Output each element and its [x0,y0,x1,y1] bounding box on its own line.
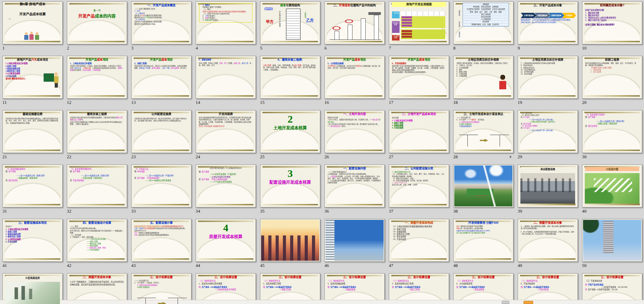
slide-text: 是指房地产企业在现场组织管理开发项目的各项费用，主要包括管理人员工资、职工福利费… [392,65,445,71]
slide-thumbnail[interactable]: 第6章 房地产成本开发产品成本核算☞ [2,1,63,44]
slide-text-line: 二、房屋开发成本对象 [67,274,127,280]
slide-thumbnail[interactable]: 房地产产品六大成本项目1.土地征用费及拆迁补偿费2.前期工程费3.基础设施建设费… [2,56,63,99]
slide-number-row: 17 [389,99,448,106]
slide-thumbnail[interactable]: 战略规划经营管理 资金运营管理 品牌规划年度经营计划管理 年度投资管理 业务单元… [453,1,513,44]
slide-text-line: ——某×××商品性土地（产品名称） [132,175,191,177]
slide-text: 房屋 [205,17,208,19]
slide-thumbnail[interactable]: 开发产品成本项目6、开发间接费用:是指房地产企业在现场组织管理开发项目的各项费用… [389,56,449,99]
slide-thumbnail[interactable]: 小区商品住房 [2,273,63,304]
slide-thumbnail[interactable]: 三、会计核算设置（二）成本核算方法3、发生的基础设施费借: 生产成本—101商品… [324,273,385,304]
slide-thumbnail[interactable] [324,219,385,262]
slide-text: 某产品应负担额=本产品分配标准×分配率 [456,232,485,234]
slide-text-line: 拿地 策划 设计 采购 工程 销售 客服 [464,11,508,14]
slide-thumbnail[interactable]: 基础设施建设费开发项目在开发过程中所发生的各项基础设施支出，主要包括开发项目内道… [2,110,63,153]
slide-thumbnail[interactable]: 房地产开发全流程图一条主线四大核心要素三大支撑体系 [389,1,449,44]
slide-thumbnail[interactable]: 小区设计图 [582,164,642,207]
slide-thumbnail[interactable]: 三、土地开发成本会计语言表达（一）科目设置方法1、“生产成本” ——一级科目 库… [453,110,513,153]
slide-number-row: 28✶ [453,154,513,160]
slide-thumbnail[interactable]: 一、开发产品成本概念（一）成本与费用联系与区别1、区别（1）对象不同成本是以产品… [131,1,191,44]
slide-text: 库存商品 [137,170,145,172]
slide-thumbnail[interactable]: 一、土地开发内容按用途可分2类一是 为了转让、出租而开发的商品性土地，可出售的土… [324,110,385,153]
slide-thumbnail[interactable]: 自用土地开发完成时，计入房屋成本的项目中借: 生产成本—×××房屋开发成本（产品… [196,164,256,207]
slide-body: 自用土地开发完成时，计入房屋成本的项目中借: 生产成本—×××房屋开发成本（产品… [196,165,256,184]
slide-thumbnail[interactable]: 三、会计核算设置（二）成本核算方法4、发生的建筑安装工程费借: 生产成本—101… [389,273,449,304]
scrollbar-thumb[interactable] [502,301,509,304]
slide-text: 发生的各种消耗。 [150,17,163,18]
slide-thumbnail[interactable]: 2、相同点性质相同: 都是产生的费用。（二）概念开发产品成本是房地产企业在开发商… [196,1,256,44]
slide-thumbnail[interactable]: 二、土地开发产品成本项目共计4项1. 土地征用及拆迁补偿费2. 前期工程费3. … [389,110,449,153]
slide-thumbnail[interactable]: 三、会计核算设置（二）成本核算方法2、发生的前期工程费借: 生产成本—101商品… [260,273,320,304]
slide-thumbnail[interactable]: 如何确定成本对象?房地产成本核算的步骤:1、确定成本对象2、确定成本项目3、将成… [582,1,642,44]
highlighted-scrollbar-button[interactable] [524,301,533,304]
slide-thumbnail[interactable]: （4）发生现场管理费用时借: 生产成本——某×××商品性土地（成本对象）—开发间… [67,164,127,207]
slide-thumbnail[interactable]: 三、开发产品成本对象土地开发成本：指公司开发土地（建设场地）所发生的各项费用。配… [518,1,578,44]
slide-thumbnail[interactable]: 一、配套设施内容（一）房地产配套设施定义公共配套设施：主要指住宅区内的市政公用设… [324,164,385,207]
slide-thumbnail[interactable]: 三、会计核算设置（一）科目设置方法1、“生产成本”——商品房（存货号）1.土地征… [131,273,191,304]
slide-thumbnail[interactable]: 4房屋开发成本核算 [196,219,256,262]
slide-text: （二）成本核算方法 [392,280,409,282]
slide-thumbnail[interactable] [260,219,320,262]
slide-thumbnail[interactable]: 二、开发成本在建筑产品中的结构 [324,1,385,44]
slide-body: （4）发生现场管理费用时借: 生产成本——某×××商品性土地（成本对象）—开发间… [67,165,127,182]
slide-thumbnail[interactable]: 三、会计核算设置（三）开发成本完成借: 开发产品/库存商品—A房屋开发成本 26… [582,273,642,304]
slide-text: —前期工程费（成本项目） [596,123,619,125]
slide-thumbnail[interactable]: 3、基础设施费:供电工程费、给排水工程费、供热、供气工程费、道路工程、通讯工程、… [196,56,256,99]
slide-thumbnail[interactable] [582,219,642,262]
template-bottom-bar-decoration [69,204,125,205]
slide-thumbnail[interactable]: 三、会计核算设置（二）成本核算方法5、公共设施配套费借: 生产成本—101商品房… [453,273,513,304]
slide-text-line: 贷: 银行存款等 [582,125,642,127]
slide-text-line: 请分析:哪些成本项目可... [3,78,62,80]
slide-thumbnail[interactable]: （3）发生基础设施费时借: 生产成本——某×××商品性土地（成本对象）—基础设施… [2,164,63,207]
slide-thumbnail[interactable]: 三、配套设施成本项目共计6个1. 土地征用费及拆迁补偿费2. 前期工程费3. 基… [2,219,63,262]
slide-thumbnail[interactable]: 2土地开发成本核算 [260,110,320,153]
f2-diagram-label: 四大核心要素 [392,22,399,25]
slide-text: 2、同一开发地点、结构类型相同的群体开发的房屋，开竣工时间相近、由同一施工队伍施… [521,231,574,235]
slide-thumbnail[interactable]: 3配套设施开发成本核算 [260,164,320,207]
slide-thumbnail[interactable]: 4、建筑安装工程费:土建工程费（基础、主体、甲供材料费）和安装工程费（电气安装、… [260,56,320,99]
slide-number-row: 9 [518,45,577,51]
slide-thumbnail[interactable]: 土地征用费及拆迁补偿费为取得土地开发使用权（开发权）前发生的各项费用，主要包括以… [453,56,513,99]
slide-thumbnail[interactable]: 四、配套设施会计核算（一）原则对可转让的当作房屋单独为成本对象。对不可转让的，费… [67,219,127,262]
slide-text-line: 4、建筑安装工程费: [260,56,320,62]
slide-thumbnail[interactable]: 开发产品成本项目2、前期工程费:是指在取得土地开发权之后，项目开工之前发生的各项… [131,56,191,99]
slide-text-line: 开发间接费 [196,111,256,117]
slide-thumbnail[interactable]: 土地征用费及拆迁补偿费7、土地变更用途和超面积补交的地价及相关税费8、拆迁补偿支… [518,56,578,99]
slide-text-line: 开发产品成本项目 [132,56,191,62]
slide-thumbnail[interactable]: 一、房屋开发成本构成（1）土地征用及拆迁补偿费或批租地价相关费用（2）前期工程费… [389,219,449,262]
slide-text: （二）概念 [203,8,211,10]
slide-thumbnail[interactable]: 二、房屋开发成本对象1、一般按每一独立编制的设计概算、或每一独立的施工图预算所列… [518,219,578,262]
slide-thumbnail[interactable]: 五、配套设施计算配套设施预提率=某配套设施预算成本/应负担配套设施预算成本的合计… [131,219,191,262]
slide-thumbnail[interactable]: 公共配套设施费开发项目在开发过程中所发生的、独立的非营利性的，且产权属于全体业主… [131,110,191,153]
slide-thumbnail[interactable]: （二）会计分录（1）发生的土地出让金时借: 生产成本——某×××商品性土地（成本… [518,110,578,153]
slide-thumbnail[interactable]: 商业配套设施 [518,164,578,207]
template-bottom-bar-decoration [520,204,575,205]
slide-text: 4、建筑安装工程费: [278,58,303,61]
slide-thumbnail[interactable]: 二、公共配套设施分类1、建成后能够有偿转让的（1）公用管线(自来水、电力、电信、… [389,164,449,207]
slide-thumbnail[interactable]: 第一节开发产品成本的内容 [67,1,127,44]
slide-number: 40 [582,208,587,214]
bars-decoration [330,12,381,40]
slide-thumbnail[interactable]: （5）开发完工后借: 库存商品——某×××商品性土地（产品名称）贷: 生产成本 … [131,164,191,207]
slide-thumbnail[interactable]: 开发产品成本项目5、公共配套设施费:不可经营性公共配套设施、业主和小区可经营性公… [324,56,385,99]
bottom-scrollbar[interactable] [0,300,644,304]
slide-thumbnail[interactable]: （2）发生前期工程费时借: 生产成本——某×××商品性土地（成本对象）—前期工程… [582,110,642,153]
slide-thumbnail[interactable]: 前期工程费项目开发前期发生的水文地质勘察、测绘、规划、设计、可行性研究、筹建、场… [582,56,642,99]
slide-thumbnail[interactable] [453,164,513,207]
slide-text-line: 6. 开发间接费 [3,241,62,243]
slide-text: 3.基础设施建设费 [6,68,20,70]
slide-body: 3、基础设施费:供电工程费、给排水工程费、供热、供气工程费、道路工程、通讯工程、… [196,56,256,67]
slide-thumbnail[interactable]: 三、会计核算设置（二）成本核算方法1、发生的土地拆迁及补偿费借: 生产成本—10… [196,273,256,304]
slide-thumbnail[interactable]: 二、房屋开发成本对象3.对于个别规模较大、工期较长的房屋开发项目，可以结合经济责… [67,273,127,304]
slide-number: 32 [67,208,71,214]
slide-body: 三、开发产品成本对象土地开发成本：指公司开发土地（建设场地）所发生的各项费用。配… [518,2,578,24]
slide-text: —土地征用及拆迁补偿费（成本项目） [529,121,556,123]
slide-thumbnail[interactable]: 开发产品成本项目1、土地征用及拆迁补偿费:为取得土地开发使用权（开发权）前发生的… [67,56,127,99]
s1-diagram-label: 战略层面 [458,10,460,16]
slide-thumbnail[interactable]: 开发间接费用 分配P160定义: 现场发生的归属多个项目的费用。分摊: 按一定标… [453,219,513,262]
slide-text: （一）科目设置方法 [134,280,149,281]
slide-thumbnail[interactable]: 三、会计核算设置（二）成本核算方法5、开发间接费用借: 生产成本—101商品房开… [518,273,578,304]
slide-thumbnail[interactable]: 建筑安装工程费开发项目开发过程中发生的各项建筑安装费用，主要包括开发项目建筑工程… [67,110,127,153]
slide-text: （二）会计分录 [521,112,532,114]
slide-thumbnail[interactable]: 成本与费用结构开发成本甲方企业开发生产费用乙方工程成本 [260,1,320,44]
slide-thumbnail[interactable]: 开发间接费企业为直接组织和管理开发项目所发生的、且不能将其归属于特定成本对象的成… [196,110,256,153]
